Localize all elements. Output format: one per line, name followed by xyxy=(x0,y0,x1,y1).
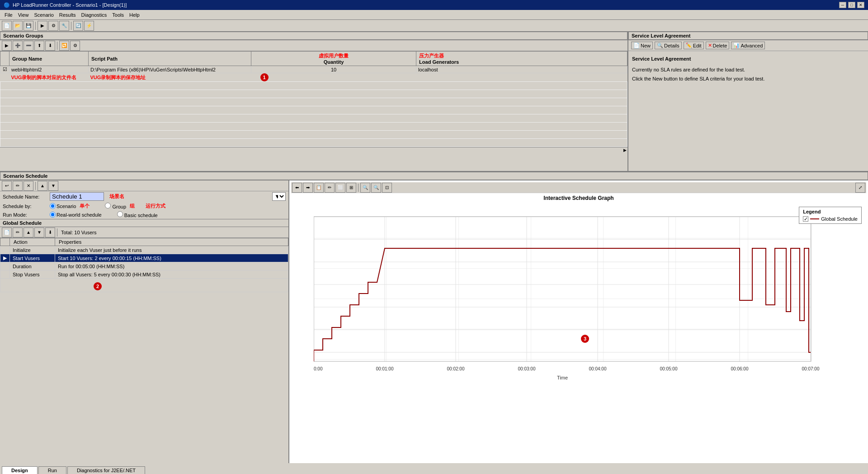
menu-scenario[interactable]: Scenario xyxy=(31,11,56,19)
menu-file[interactable]: File xyxy=(2,11,15,19)
sg-btn-remove[interactable]: ➖ xyxy=(24,41,33,51)
sla-new-button[interactable]: 📄 New xyxy=(631,42,653,49)
tab-design[interactable]: Design xyxy=(2,466,38,474)
sg-btn-settings[interactable]: ⚙ xyxy=(70,41,80,51)
gs-btn3[interactable]: ▲ xyxy=(24,228,33,237)
minimize-button[interactable]: ─ xyxy=(839,2,846,8)
action-row[interactable]: Initialize Initialize each Vuser just be… xyxy=(0,246,288,254)
svg-text:00:02:00: 00:02:00 xyxy=(447,366,465,371)
schedule-name-row: Schedule Name: 场景名 ▼ xyxy=(0,191,288,202)
toolbar-new[interactable]: 📄 xyxy=(2,21,12,31)
edit-icon: ✏️ xyxy=(686,43,692,48)
legend-checkbox[interactable]: ✓ xyxy=(803,216,808,222)
action-name2: Duration xyxy=(10,262,55,270)
sch-btn3[interactable]: ✕ xyxy=(24,181,33,191)
sch-btn4[interactable]: ▲ xyxy=(38,181,47,191)
tab-run[interactable]: Run xyxy=(38,466,66,474)
schedule-by-row: Schedule by: Scenario 单个 Group 组 运行方式 xyxy=(0,202,288,210)
scenario-radio[interactable] xyxy=(50,203,56,209)
sla-delete-button[interactable]: ✕ Delete xyxy=(706,42,730,49)
details-icon: 🔍 xyxy=(657,43,663,48)
sch-sep xyxy=(35,182,36,190)
real-world-radio-label[interactable]: Real-world schedule xyxy=(50,212,102,218)
sch-btn5[interactable]: ▼ xyxy=(48,181,58,191)
close-button[interactable]: ✕ xyxy=(857,2,864,8)
menu-view[interactable]: View xyxy=(15,11,32,19)
sg-btn-down[interactable]: ⬇ xyxy=(45,41,55,51)
svg-text:Time: Time xyxy=(557,375,568,380)
action-row-selected[interactable]: ▶ Start Vusers Start 10 Vusers: 2 every … xyxy=(0,254,288,262)
table-row[interactable]: ☑ webHttphtml2 D:\Program Files (x86)\HP… xyxy=(0,66,627,73)
graph-btn2[interactable]: ➡ xyxy=(303,183,313,193)
sch-btn2[interactable]: ✏ xyxy=(13,181,23,191)
scenario-schedule-header: Scenario Schedule xyxy=(0,172,868,180)
scenario-radio-label[interactable]: Scenario xyxy=(50,203,76,209)
schedule-by-label: Schedule by: xyxy=(3,204,48,209)
sg-scrollbar[interactable]: ▶ xyxy=(0,147,627,152)
menu-help[interactable]: Help xyxy=(127,11,142,19)
group-radio[interactable] xyxy=(105,203,111,209)
sg-btn-refresh[interactable]: 🔁 xyxy=(59,41,69,51)
sla-edit-button[interactable]: ✏️ Edit xyxy=(684,42,704,49)
sla-advanced-button[interactable]: 📊 Advanced xyxy=(731,42,765,49)
delete-icon: ✕ xyxy=(708,43,712,48)
graph-sep xyxy=(358,184,359,192)
action-props: Initialize each Vuser just before it run… xyxy=(55,246,288,254)
graph-zoom-in[interactable]: 🔍 xyxy=(360,183,370,193)
toolbar-btn1[interactable]: ▶ xyxy=(38,21,47,31)
sla-content: Service Level Agreement Currently no SLA… xyxy=(628,51,868,87)
graph-zoom-out[interactable]: 🔍 xyxy=(371,183,381,193)
sg-btn-up[interactable]: ⬆ xyxy=(34,41,44,51)
schedule-left: ↩ ✏ ✕ ▲ ▼ Schedule Name: 场景名 ▼ xyxy=(0,180,289,463)
basic-radio[interactable] xyxy=(117,211,123,217)
group-annotation: 组 xyxy=(130,203,135,209)
gs-sep xyxy=(57,228,57,237)
run-mode-annotation: 运行方式 xyxy=(146,203,165,209)
schedule-dropdown[interactable]: ▼ xyxy=(272,192,286,201)
gs-btn5[interactable]: ⬇ xyxy=(45,228,55,237)
menu-tools[interactable]: Tools xyxy=(109,11,127,19)
row-quantity[interactable]: 10 xyxy=(251,66,416,73)
row-script-path[interactable]: D:\Program Files (x86)\HP\VuGen\Scripts\… xyxy=(89,66,251,73)
gs-btn4[interactable]: ▼ xyxy=(34,228,44,237)
toolbar-open[interactable]: 📂 xyxy=(13,21,23,31)
gs-btn2[interactable]: ✏ xyxy=(13,228,23,237)
graph-fit[interactable]: ⊡ xyxy=(382,183,392,193)
maximize-button[interactable]: □ xyxy=(848,2,855,8)
row-lg[interactable]: localhost xyxy=(416,66,627,73)
graph-btn5[interactable]: ⬜ xyxy=(335,183,345,193)
graph-btn3[interactable]: 📋 xyxy=(314,183,324,193)
basic-radio-label[interactable]: Basic schedule xyxy=(117,211,158,218)
toolbar-refresh[interactable]: 🔄 xyxy=(73,21,83,31)
real-world-radio[interactable] xyxy=(50,212,56,218)
sg-btn-add[interactable]: ➕ xyxy=(13,41,23,51)
scroll-right: ▶ xyxy=(623,148,627,152)
menu-results[interactable]: Results xyxy=(57,11,79,19)
toolbar-save[interactable]: 💾 xyxy=(24,21,33,31)
table-row xyxy=(0,98,627,106)
toolbar-btn3[interactable]: 🔧 xyxy=(59,21,69,31)
graph-btn4[interactable]: ✏ xyxy=(325,183,335,193)
group-radio-label[interactable]: Group xyxy=(105,203,126,209)
sla-details-button[interactable]: 🔍 Details xyxy=(655,42,682,49)
graph-btn1[interactable]: ⬅ xyxy=(292,183,302,193)
tab-diagnostics[interactable]: Diagnostics for J2EE/.NET xyxy=(67,466,145,474)
action-row[interactable]: Duration Run for 00:05:00 (HH:MM:SS) xyxy=(0,262,288,270)
row-group-name[interactable]: webHttphtml2 xyxy=(9,66,89,73)
legend-label: Legend xyxy=(803,209,858,214)
toolbar-settings[interactable]: ⚡ xyxy=(84,21,94,31)
col-quantity-label: Quantity xyxy=(254,59,413,65)
action-row[interactable]: Stop Vusers Stop all Vusers: 5 every 00:… xyxy=(0,270,288,279)
gs-btn1[interactable]: 📄 xyxy=(2,228,12,237)
menu-diagnostics[interactable]: Diagnostics xyxy=(79,11,110,19)
toolbar-btn2[interactable]: ⚙ xyxy=(48,21,58,31)
row-arrow2 xyxy=(0,262,10,270)
sg-btn-play[interactable]: ▶ xyxy=(2,41,12,51)
action-name3: Stop Vusers xyxy=(10,270,55,279)
graph-btn6[interactable]: ⊞ xyxy=(346,183,356,193)
row-check[interactable]: ☑ xyxy=(0,66,9,73)
badge-2: 2 xyxy=(94,282,102,290)
schedule-name-input[interactable] xyxy=(50,192,104,201)
sch-btn1[interactable]: ↩ xyxy=(2,181,12,191)
graph-expand[interactable]: ⤢ xyxy=(855,183,865,193)
